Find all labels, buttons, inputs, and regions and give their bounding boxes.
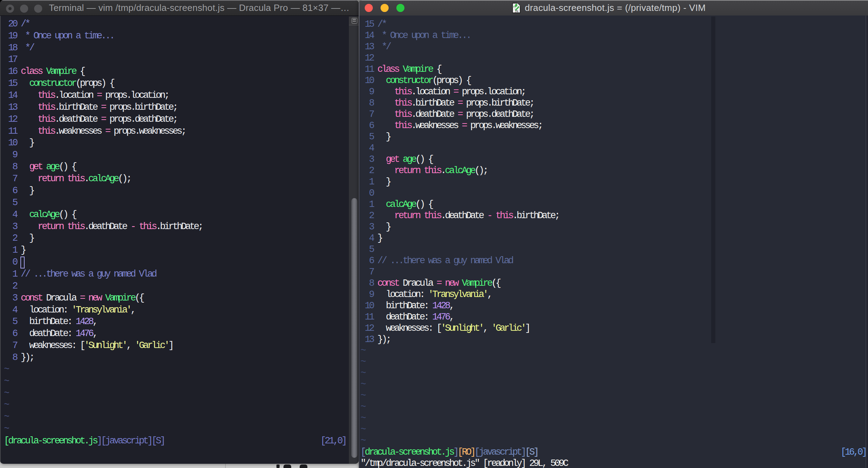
svg-text:JS: JS [515,10,518,13]
